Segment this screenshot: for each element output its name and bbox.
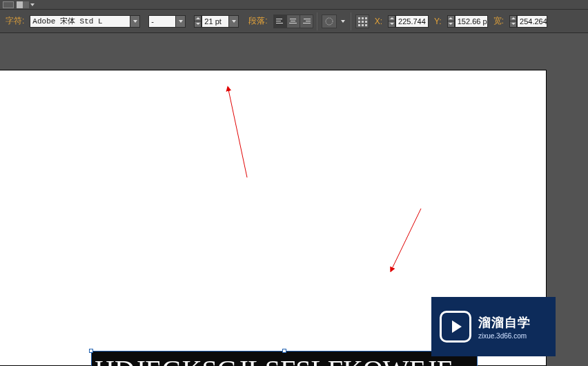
distribute-dropdown-icon[interactable] <box>341 20 345 23</box>
font-style-value[interactable]: - <box>148 15 176 28</box>
panel-toggle-icon[interactable] <box>3 1 14 8</box>
y-spinner[interactable] <box>447 15 455 28</box>
align-left-button[interactable] <box>273 15 287 28</box>
divider <box>317 12 317 30</box>
font-family-value[interactable]: Adobe 宋体 Std L <box>30 15 130 28</box>
svg-point-0 <box>326 18 333 25</box>
x-label: X: <box>375 17 382 26</box>
x-spinner[interactable] <box>388 15 395 28</box>
width-value[interactable]: 254.264 <box>517 15 547 28</box>
align-right-button[interactable] <box>300 15 313 28</box>
watermark-title: 溜溜自学 <box>478 314 531 331</box>
handle-tl[interactable] <box>89 349 93 353</box>
font-family-dropdown-icon[interactable] <box>130 15 140 28</box>
svg-line-2 <box>392 209 421 269</box>
font-family-combo[interactable]: Adobe 宋体 Std L <box>30 15 140 28</box>
font-size-value[interactable]: 21 pt <box>202 15 229 28</box>
font-style-combo[interactable]: - <box>148 15 186 28</box>
align-center-button[interactable] <box>286 15 300 28</box>
screen-mode-icon[interactable] <box>17 1 29 8</box>
y-label: Y: <box>434 17 442 26</box>
watermark-sub: zixue.3d66.com <box>478 332 531 340</box>
selected-text-content[interactable]: HDJEGKSGJLSFSLFKOWEJF <box>92 351 477 366</box>
transform-grid-icon[interactable] <box>355 15 369 28</box>
x-value[interactable]: 225.744 <box>395 15 429 28</box>
paragraph-align-group <box>273 15 313 28</box>
divider <box>351 12 351 30</box>
distribute-icon[interactable] <box>322 15 337 28</box>
font-size-spinner[interactable] <box>194 15 202 28</box>
handle-tc[interactable] <box>282 349 286 353</box>
watermark-badge: 溜溜自学 zixue.3d66.com <box>431 297 556 356</box>
width-spinner[interactable] <box>509 15 517 28</box>
font-size-dropdown-icon[interactable] <box>229 15 239 28</box>
character-label: 字符: <box>6 15 24 27</box>
window-tab-strip <box>0 0 588 10</box>
font-style-dropdown-icon[interactable] <box>176 15 186 28</box>
svg-line-1 <box>228 90 247 177</box>
selected-text-frame[interactable]: HDJEGKSGJLSFSLFKOWEJF <box>91 351 478 366</box>
screen-mode-dropdown-icon[interactable] <box>30 3 35 6</box>
play-icon <box>440 311 471 343</box>
paragraph-label: 段落: <box>248 15 267 27</box>
width-label: 宽: <box>493 15 504 27</box>
options-bar: 字符: Adobe 宋体 Std L - 21 pt 段落: <box>0 10 588 33</box>
y-value[interactable]: 152.66 p <box>455 15 488 28</box>
